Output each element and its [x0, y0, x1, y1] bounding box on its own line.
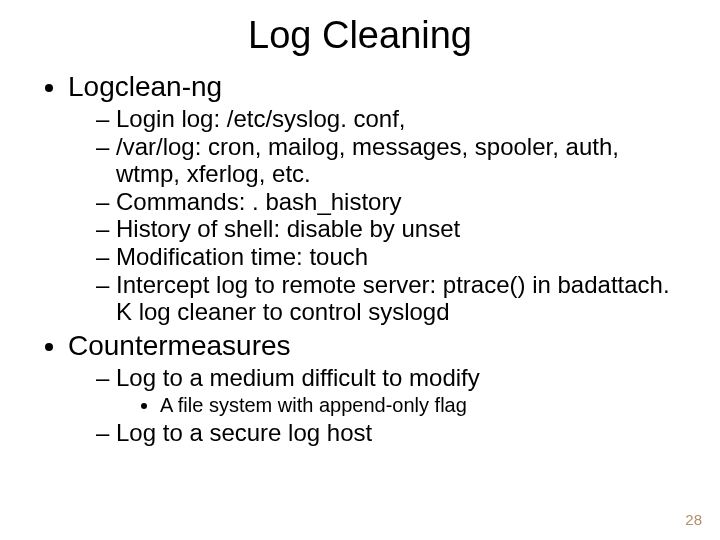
- l2-text: History of shell: disable by unset: [116, 215, 460, 242]
- l2-text: Commands: . bash_history: [116, 188, 401, 215]
- l1-item-logclean: Logclean-ng Login log: /etc/syslog. conf…: [68, 71, 680, 326]
- l2-item: History of shell: disable by unset: [96, 215, 680, 243]
- l2-item: Log to a secure log host: [96, 419, 680, 447]
- l3-text: A file system with append-only flag: [160, 394, 467, 416]
- l3-item: A file system with append-only flag: [160, 393, 680, 417]
- bullet-list-l1: Logclean-ng Login log: /etc/syslog. conf…: [40, 71, 680, 447]
- l2-text: Login log: /etc/syslog. conf,: [116, 105, 406, 132]
- l2-item: Intercept log to remote server: ptrace()…: [96, 271, 680, 326]
- slide: Log Cleaning Logclean-ng Login log: /etc…: [0, 0, 720, 540]
- l2-item: /var/log: cron, mailog, messages, spoole…: [96, 133, 680, 188]
- l1-item-countermeasures: Countermeasures Log to a medium difficul…: [68, 330, 680, 447]
- page-number: 28: [685, 511, 702, 528]
- bullet-list-l2: Login log: /etc/syslog. conf, /var/log: …: [68, 105, 680, 326]
- bullet-list-l2: Log to a medium difficult to modify A fi…: [68, 364, 680, 447]
- l1-label: Logclean-ng: [68, 71, 222, 102]
- l1-label: Countermeasures: [68, 330, 291, 361]
- l2-item: Modification time: touch: [96, 243, 680, 271]
- l2-text: Log to a secure log host: [116, 419, 372, 446]
- l2-item: Commands: . bash_history: [96, 188, 680, 216]
- l2-item: Log to a medium difficult to modify A fi…: [96, 364, 680, 418]
- l2-text: Log to a medium difficult to modify: [116, 364, 480, 391]
- l2-text: Intercept log to remote server: ptrace()…: [116, 271, 670, 326]
- slide-title: Log Cleaning: [40, 14, 680, 57]
- l2-item: Login log: /etc/syslog. conf,: [96, 105, 680, 133]
- l2-text: /var/log: cron, mailog, messages, spoole…: [116, 133, 619, 188]
- bullet-list-l3: A file system with append-only flag: [116, 393, 680, 417]
- l2-text: Modification time: touch: [116, 243, 368, 270]
